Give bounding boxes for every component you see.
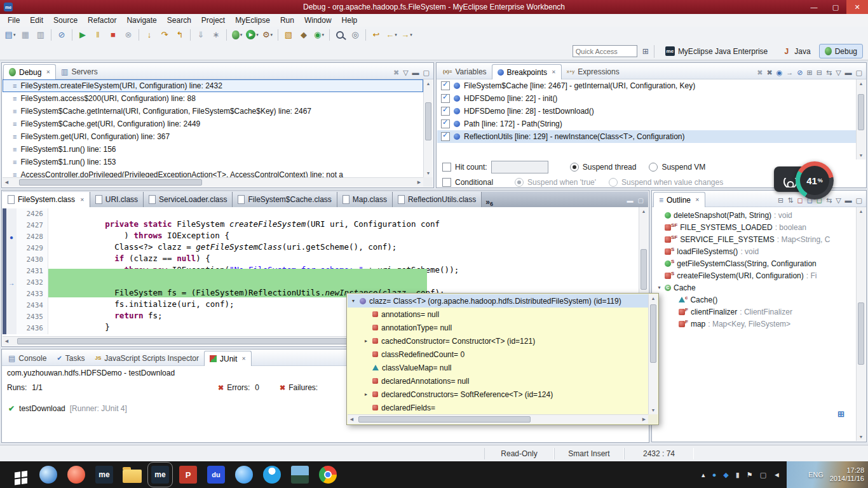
app-file-explorer-icon[interactable]	[118, 461, 146, 488]
menu-item[interactable]: Project	[196, 15, 230, 26]
app-p-icon[interactable]: P	[174, 461, 202, 488]
toolbar-icon[interactable]	[275, 28, 281, 42]
dropdown-arrow-icon[interactable]	[395, 32, 397, 37]
suspend-when-true-radio[interactable]	[515, 178, 524, 187]
menu-item[interactable]: Source	[48, 15, 83, 26]
breakpoint-row[interactable]: HDFSDemo [line: 28] - testDownload()	[437, 105, 856, 118]
perspective-button[interactable]: Java	[776, 44, 816, 58]
vertical-scrollbar[interactable]	[423, 79, 433, 177]
insert-mode-indicator[interactable]: Smart Insert	[554, 448, 624, 459]
scroll-up-icon[interactable]	[424, 79, 433, 88]
view-tab[interactable]: Expressions	[562, 64, 625, 79]
view-menu-icon[interactable]: ▽	[836, 69, 841, 76]
app-chrome-icon[interactable]	[314, 461, 342, 488]
hide-fields-icon[interactable]: ◻	[797, 197, 803, 204]
maximize-icon[interactable]: ▢	[856, 197, 862, 204]
conditional-checkbox[interactable]	[442, 178, 451, 187]
step-into-icon[interactable]: ↓	[142, 28, 157, 42]
expander-icon[interactable]: ▾	[656, 285, 662, 290]
menu-item[interactable]: Navigate	[121, 15, 161, 26]
view-tab[interactable]: Tasks	[51, 351, 90, 365]
scroll-up-icon[interactable]	[857, 207, 865, 215]
breakpoint-checkbox[interactable]	[441, 81, 450, 90]
view-tab[interactable]: JUnit	[204, 351, 252, 366]
forward-icon[interactable]: →	[399, 28, 414, 42]
variable-row[interactable]: declaredFields=	[348, 401, 648, 414]
maximize-icon[interactable]: ▢	[423, 69, 430, 76]
view-tab[interactable]: Outline	[653, 192, 705, 207]
goto-file-icon[interactable]: →	[786, 69, 793, 76]
external-tools-icon[interactable]: ⚙	[260, 28, 275, 42]
toolbar-icon[interactable]	[363, 28, 369, 42]
start-button[interactable]	[0, 461, 34, 488]
close-tab-icon[interactable]	[241, 356, 246, 362]
view-tab[interactable]: JavaScript Scripts Inspector	[90, 351, 204, 365]
disconnect-icon[interactable]: ⊗	[121, 28, 136, 42]
suspend-thread-radio[interactable]	[570, 163, 579, 172]
outline-item[interactable]: SF FILE_SYSTEMS_LOADED : boolean	[653, 221, 856, 233]
variable-row[interactable]: ▸ cachedConstructor= Constructor<T> (id=…	[348, 334, 648, 348]
app-baidu-icon[interactable]: du	[202, 461, 230, 488]
menu-item[interactable]: File	[3, 15, 25, 26]
outline-item[interactable]: c Cache()	[653, 294, 856, 306]
java-search-icon[interactable]	[332, 28, 348, 42]
dropdown-arrow-icon[interactable]	[13, 32, 16, 37]
menu-item[interactable]: Run	[275, 15, 299, 26]
editor-tab[interactable]: Map.class	[337, 192, 393, 207]
show-supported-breakpoints-icon[interactable]: ◉	[776, 69, 783, 76]
collapse-all-icon[interactable]: ⊟	[817, 69, 822, 76]
tray-app-blue-icon[interactable]: ●	[712, 471, 717, 478]
gutter-marker-icon[interactable]	[3, 300, 17, 311]
expand-all-icon[interactable]: ⊞	[806, 69, 812, 76]
last-edit-location-icon[interactable]: ↩	[369, 28, 384, 42]
gutter-marker-icon[interactable]	[3, 243, 17, 254]
expander-icon[interactable]: ▸	[363, 391, 369, 397]
scroll-up-icon[interactable]	[649, 294, 658, 302]
stack-frame-row[interactable]: FileSystem$Cache.getInternal(URI, Config…	[3, 105, 423, 118]
toolbar-icon[interactable]	[69, 28, 75, 42]
minimize-window-button[interactable]: —	[803, 0, 825, 14]
gutter-marker-icon[interactable]	[3, 311, 17, 323]
stack-frame-row[interactable]: AccessController.doPrivileged(Privileged…	[3, 168, 423, 177]
view-tab[interactable]: Console	[3, 351, 51, 365]
new-wizard-icon[interactable]: ▤	[3, 28, 18, 42]
view-tab[interactable]: Breakpoints	[492, 64, 562, 79]
editor-tab[interactable]: FileSystem$Cache.class	[233, 192, 337, 207]
menu-item[interactable]: Search	[162, 15, 196, 26]
stack-frame-row[interactable]: FileSystem$1.run() line: 153	[3, 156, 423, 168]
scroll-down-icon[interactable]	[857, 433, 865, 441]
tray-volume-icon[interactable]: ◄	[773, 471, 780, 478]
resume-icon[interactable]: ▶	[75, 28, 90, 42]
editor-tab[interactable]: ReflectionUtils.class	[393, 192, 482, 207]
run-launch-icon[interactable]: ▶	[245, 28, 260, 42]
menu-item[interactable]: Help	[337, 15, 363, 26]
scroll-left-icon[interactable]	[348, 416, 356, 424]
step-over-icon[interactable]: ↷	[157, 28, 172, 42]
hidden-icons-arrow-icon[interactable]: ▴	[702, 471, 705, 478]
use-step-filters-icon[interactable]: ∗	[208, 28, 224, 42]
stack-frame-row[interactable]: FileSystem$1.run() line: 156	[3, 143, 423, 156]
scrollbar-thumb[interactable]	[19, 179, 202, 186]
toolbar-icon[interactable]	[224, 28, 229, 42]
dropdown-arrow-icon[interactable]	[410, 32, 412, 37]
editor-tab-overflow-button[interactable]: » 6	[482, 196, 497, 207]
horizontal-scrollbar[interactable]	[3, 177, 423, 187]
save-icon[interactable]: ▦	[18, 28, 33, 42]
app-myeclipse-active-icon[interactable]: me	[146, 461, 174, 488]
scrollbar-thumb[interactable]	[858, 94, 864, 130]
vertical-scrollbar[interactable]	[648, 294, 658, 414]
menu-item[interactable]: Refactor	[83, 15, 121, 26]
gutter-marker-icon[interactable]	[3, 254, 17, 266]
dropdown-arrow-icon[interactable]	[240, 32, 243, 37]
vertical-scrollbar[interactable]	[856, 207, 865, 441]
view-tab[interactable]: Debug	[3, 64, 56, 79]
remove-all-terminated-icon[interactable]: ✖	[393, 69, 399, 76]
scroll-left-icon[interactable]	[3, 337, 11, 346]
editor-tab[interactable]: FileSystem.class	[3, 192, 90, 207]
scroll-down-icon[interactable]	[857, 151, 865, 159]
vertical-scrollbar[interactable]	[856, 79, 865, 159]
outline-item[interactable]: F clientFinalizer : ClientFinalizer	[653, 306, 856, 318]
maximize-icon[interactable]: ▢	[856, 69, 862, 76]
step-return-icon[interactable]: ↰	[172, 28, 187, 42]
horizontal-scrollbar[interactable]	[348, 414, 648, 424]
